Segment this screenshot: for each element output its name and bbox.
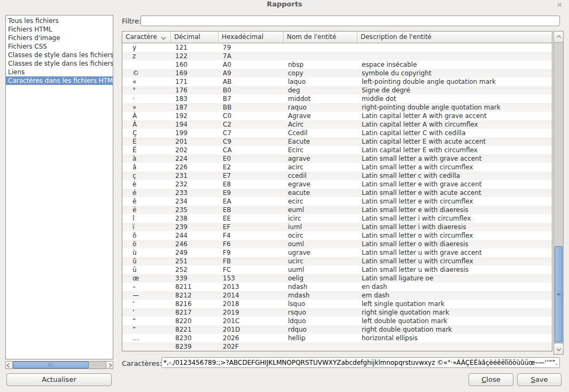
cell-description-entite bbox=[357, 43, 552, 52]
table-row[interactable]: » 187 BB raquo right-pointing double ang… bbox=[122, 103, 552, 112]
table-row[interactable]: û 251 FB ucirc Latin small letter u with… bbox=[122, 257, 552, 265]
sidebar-item[interactable]: Classes de style dans les fichiers CSS bbox=[6, 59, 113, 68]
table-row[interactable]: « 171 AB laquo left-pointing double angl… bbox=[122, 77, 552, 86]
sidebar-horizontal-scrollbar[interactable]: ||| bbox=[5, 361, 113, 369]
table-row[interactable]: y 121 79 bbox=[122, 43, 552, 52]
cell-nom-entite: euml bbox=[284, 206, 357, 214]
table-row[interactable]: 160 A0 nbsp espace insécable bbox=[122, 60, 552, 69]
table-row[interactable]: è 232 E8 egrave Latin small letter e wit… bbox=[122, 180, 552, 189]
sidebar-item-label: Classes de style dans les fichiers CSS bbox=[8, 60, 113, 67]
table-row[interactable]: ° 176 B0 deg Signe de degré bbox=[122, 86, 552, 95]
table-row[interactable]: z 122 7A bbox=[122, 52, 552, 60]
cell-description-entite: Latin small letter c with cedilla bbox=[357, 171, 552, 180]
scrollbar-thumb[interactable]: ||| bbox=[13, 362, 89, 369]
table-row[interactable]: ü 252 FC uuml Latin small letter u with … bbox=[122, 265, 552, 274]
cell-caractere: z bbox=[122, 52, 171, 60]
cell-hexadecimal: 2018 bbox=[219, 300, 284, 308]
scrollbar-track[interactable]: ||| bbox=[13, 362, 106, 369]
table-row[interactable]: é 233 E9 eacute Latin small letter e wit… bbox=[122, 189, 552, 197]
window-title: Rapports bbox=[0, 0, 569, 9]
cell-nom-entite: laquo bbox=[284, 77, 357, 86]
table-row[interactable]: ç 231 E7 ccedil Latin small letter c wit… bbox=[122, 171, 552, 180]
close-icon[interactable]: × bbox=[557, 1, 563, 9]
table-row[interactable]: © 169 A9 copy symbole du copyright bbox=[122, 69, 552, 77]
cell-caractere: â bbox=[122, 163, 171, 171]
grip-icon: ≡ bbox=[557, 292, 561, 297]
table-row[interactable]: î 238 EE icirc Latin small letter i with… bbox=[122, 214, 552, 223]
table-row[interactable]: ù 249 F9 ugrave Latin small letter u wit… bbox=[122, 248, 552, 257]
table-row[interactable]: Ê 202 CA Ecirc Latin capital letter E wi… bbox=[122, 146, 552, 154]
sidebar-item[interactable]: Fichiers HTML bbox=[6, 25, 113, 34]
sidebar-item[interactable]: Tous les fichiers bbox=[6, 17, 113, 25]
cell-hexadecimal: B0 bbox=[219, 86, 284, 95]
sidebar-item[interactable]: Liens bbox=[6, 68, 113, 76]
table-row[interactable]: … 8230 2026 hellip horizontal ellipsis bbox=[122, 334, 552, 342]
cell-nom-entite: acirc bbox=[284, 163, 357, 171]
table-row[interactable]: ô 244 F4 ocirc Latin small letter o with… bbox=[122, 231, 552, 240]
table-row[interactable]: – 8211 2013 ndash en dash bbox=[122, 283, 552, 291]
table-row[interactable]: ê 234 EA ecirc Latin small letter e with… bbox=[122, 197, 552, 206]
cell-nom-entite: rdquo bbox=[284, 325, 357, 334]
scroll-down-button[interactable] bbox=[554, 343, 563, 354]
cell-hexadecimal: 2013 bbox=[219, 283, 284, 291]
table-row[interactable]: à 224 E0 agrave Latin small letter a wit… bbox=[122, 154, 552, 163]
cell-decimal: 8211 bbox=[171, 283, 219, 291]
table-row[interactable]: Ç 199 C7 Ccedil Latin capital letter C w… bbox=[122, 129, 552, 137]
cell-decimal: 160 bbox=[171, 60, 219, 69]
sidebar-item[interactable]: Caractères dans les fichiers HTML bbox=[6, 76, 113, 85]
sidebar-item[interactable]: Fichiers d'image bbox=[6, 34, 113, 42]
characters-field[interactable] bbox=[161, 357, 560, 368]
cell-decimal: 224 bbox=[171, 154, 219, 163]
column-header-hexadecimal[interactable]: Hexadécimal bbox=[219, 32, 284, 43]
sidebar-item-label: Liens bbox=[8, 68, 25, 76]
table-row[interactable]: — 8212 2014 mdash em dash bbox=[122, 291, 552, 300]
cell-caractere: “ bbox=[122, 317, 171, 325]
close-button[interactable]: Close bbox=[469, 373, 513, 386]
scroll-up-button[interactable] bbox=[554, 32, 563, 43]
scrollbar-thumb[interactable]: ≡ bbox=[555, 246, 563, 342]
cell-hexadecimal: EA bbox=[219, 197, 284, 206]
chevron-down-icon bbox=[556, 347, 560, 351]
cell-description-entite: Latin capital letter E with circumflex bbox=[357, 146, 552, 154]
table-row[interactable]: ‘ 8216 2018 lsquo left single quotation … bbox=[122, 300, 552, 308]
column-header-description-entite[interactable]: Description de l'entité bbox=[357, 32, 552, 43]
save-button[interactable]: Save bbox=[517, 373, 562, 386]
cell-nom-entite: middot bbox=[284, 95, 357, 103]
cell-decimal: 246 bbox=[171, 240, 219, 248]
table-row[interactable]: ’ 8217 2019 rsquo right single quotation… bbox=[122, 308, 552, 317]
table-row[interactable]: ï 239 EF iuml Latin small letter i with … bbox=[122, 223, 552, 231]
cell-decimal: 192 bbox=[171, 112, 219, 120]
sort-chevron-down-icon bbox=[161, 35, 166, 40]
column-header-caractere[interactable]: Caractère bbox=[122, 32, 171, 43]
cell-description-entite: left single quotation mark bbox=[357, 300, 552, 308]
cell-hexadecimal: 7A bbox=[219, 52, 284, 60]
cell-nom-entite: iuml bbox=[284, 223, 357, 231]
cell-description-entite: Latin small letter i with circumflex bbox=[357, 214, 552, 223]
table-vertical-scrollbar[interactable]: ≡ bbox=[554, 31, 564, 355]
table-row[interactable]: œ 339 153 oelig Latin small ligature oe bbox=[122, 274, 552, 283]
table-row[interactable]: 8239 202F bbox=[122, 342, 552, 351]
cell-decimal: 8216 bbox=[171, 300, 219, 308]
sidebar-item[interactable]: Fichiers CSS bbox=[6, 42, 113, 51]
table-row[interactable]: É 201 C9 Eacute Latin capital letter E w… bbox=[122, 137, 552, 146]
cell-hexadecimal: A9 bbox=[219, 69, 284, 77]
sidebar-item[interactable]: Classes de style dans les fichiers HTML bbox=[6, 51, 113, 59]
table-row[interactable]: â 226 E2 acirc Latin small letter a with… bbox=[122, 163, 552, 171]
cell-decimal: 251 bbox=[171, 257, 219, 265]
scroll-right-button[interactable] bbox=[106, 362, 113, 369]
chevron-right-icon bbox=[107, 363, 112, 367]
table-row[interactable]: “ 8220 201C ldquo left double quotation … bbox=[122, 317, 552, 325]
cell-decimal: 183 bbox=[171, 95, 219, 103]
column-header-decimal[interactable]: Décimal bbox=[171, 32, 219, 43]
cell-decimal: 232 bbox=[171, 180, 219, 189]
table-row[interactable]: ” 8221 201D rdquo right double quotation… bbox=[122, 325, 552, 334]
column-header-nom-entite[interactable]: Nom de l'entité bbox=[284, 32, 357, 43]
table-row[interactable]: À 192 C0 Agrave Latin capital letter A w… bbox=[122, 112, 552, 120]
table-row[interactable]: ö 246 F6 ouml Latin small letter o with … bbox=[122, 240, 552, 248]
refresh-button[interactable]: Actualiser bbox=[6, 373, 112, 386]
table-row[interactable]: ë 235 EB euml Latin small letter e with … bbox=[122, 206, 552, 214]
scroll-left-button[interactable] bbox=[6, 362, 13, 369]
filter-input[interactable] bbox=[141, 15, 560, 26]
table-row[interactable]: Â 194 C2 Acirc Latin capital letter A wi… bbox=[122, 120, 552, 129]
table-row[interactable]: · 183 B7 middot middle dot bbox=[122, 95, 552, 103]
